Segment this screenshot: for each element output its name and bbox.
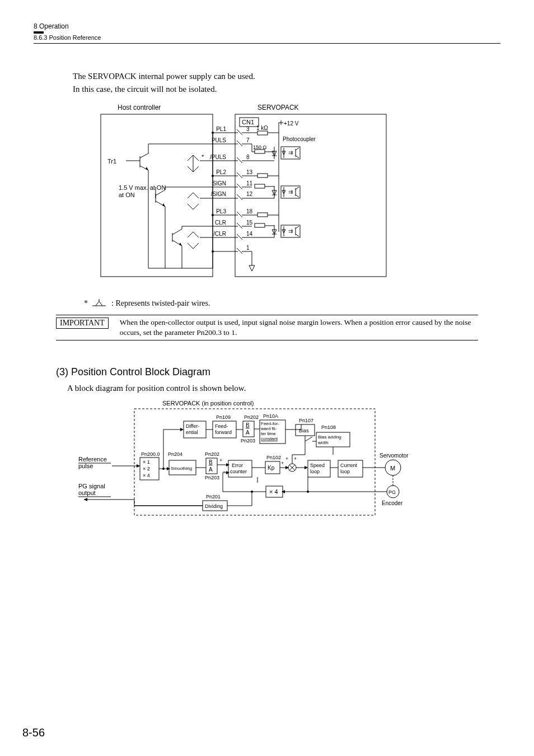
svg-text:18: 18: [246, 208, 253, 214]
svg-text:Encoder: Encoder: [382, 500, 403, 506]
svg-text:/PULS: /PULS: [210, 154, 226, 160]
svg-text:PL1: PL1: [216, 126, 226, 132]
svg-text:15: 15: [246, 220, 253, 226]
svg-text:ter time: ter time: [261, 431, 276, 436]
intro-line1: The SERVOPACK internal power supply can …: [73, 72, 500, 81]
svg-text:A: A: [246, 430, 250, 436]
svg-text:PG signaloutput: PG signaloutput: [78, 483, 105, 496]
svg-text:7: 7: [246, 137, 250, 143]
svg-text:1.5 V max.
at ON: 1.5 V max. at ON: [119, 184, 166, 191]
svg-line-124: [172, 229, 182, 235]
svg-text:1 kΩ: 1 kΩ: [256, 125, 268, 131]
svg-text:Feed-for-: Feed-for-: [261, 421, 279, 426]
svg-text:Pn200.0: Pn200.0: [141, 451, 160, 457]
svg-line-80: [237, 194, 242, 200]
svg-text:Photocoupler: Photocoupler: [283, 136, 316, 142]
svg-text:Speed: Speed: [310, 463, 325, 468]
svg-line-56: [237, 172, 242, 178]
svg-line-14: [237, 129, 242, 135]
svg-text:PL2: PL2: [216, 169, 226, 175]
svg-text:B: B: [246, 422, 250, 428]
svg-point-138: [212, 250, 214, 253]
svg-text:× 2: × 2: [143, 466, 150, 472]
svg-marker-176: [180, 428, 184, 431]
svg-text:3: 3: [246, 126, 250, 132]
svg-line-115: [296, 226, 299, 228]
svg-point-140: [212, 175, 214, 177]
svg-text:ward fil-: ward fil-: [260, 426, 277, 431]
svg-rect-106: [255, 223, 265, 227]
svg-line-130: [237, 248, 242, 254]
svg-text:Servomotor: Servomotor: [380, 452, 409, 459]
svg-text:B: B: [209, 459, 213, 465]
svg-text:Feed-: Feed-: [215, 423, 228, 429]
svg-text:Pn102: Pn102: [266, 455, 281, 460]
svg-text:Kp: Kp: [268, 465, 275, 471]
svg-text:Pn108: Pn108: [321, 424, 336, 430]
svg-text:Pn203: Pn203: [205, 475, 219, 480]
svg-line-37: [296, 156, 299, 158]
chapter-label: 8 Operation: [34, 22, 500, 30]
svg-line-207: [305, 437, 312, 441]
svg-marker-149: [137, 464, 140, 468]
svg-text:Pn202: Pn202: [205, 451, 219, 457]
svg-text:Referencepulse: Referencepulse: [78, 456, 107, 469]
svg-rect-6: [257, 131, 268, 135]
svg-text:⇉: ⇉: [288, 228, 293, 234]
svg-line-48: [140, 153, 148, 158]
svg-text:CLR: CLR: [215, 220, 226, 226]
svg-text:+: +: [294, 456, 297, 461]
svg-rect-59: [257, 174, 268, 178]
host-label: Host controller: [118, 104, 161, 111]
svg-rect-98: [257, 213, 268, 217]
svg-text:Pn203: Pn203: [241, 438, 255, 444]
svg-text:counter: counter: [230, 469, 247, 474]
svg-marker-134: [249, 265, 255, 271]
svg-marker-251: [282, 490, 285, 493]
svg-text:at ON: at ON: [119, 192, 135, 198]
section-3-intro: A block diagram for position control is …: [67, 384, 500, 393]
svg-line-64: [237, 184, 242, 189]
svg-text:⇉: ⇉: [288, 189, 293, 195]
svg-text:width: width: [317, 440, 329, 445]
svg-text:Pn109: Pn109: [216, 414, 231, 420]
svg-text:12: 12: [246, 191, 253, 197]
section-label: 8.6.3 Position Reference: [34, 34, 500, 41]
svg-text:loop: loop: [340, 469, 350, 474]
twisted-pair-legend: * : Represents twisted-pair wires.: [84, 298, 500, 309]
important-text: When the open-collector output is used, …: [120, 318, 478, 338]
circuit-diagram: Host controller SERVOPACK CN1 +12 V 1 kΩ…: [84, 103, 500, 290]
svg-text:Bias adding: Bias adding: [318, 435, 341, 440]
svg-text:+: +: [281, 460, 284, 466]
svg-text:forward: forward: [215, 430, 232, 435]
svg-line-76: [296, 187, 299, 189]
svg-text:× 4: × 4: [143, 473, 150, 478]
svg-text:Dividing: Dividing: [205, 503, 223, 509]
svg-text:+: +: [285, 456, 288, 461]
svg-point-139: [212, 214, 214, 216]
section-3-heading: (3) Position Control Block Diagram: [56, 366, 500, 378]
svg-line-19: [237, 141, 242, 146]
svg-line-77: [296, 195, 299, 197]
servopack-label: SERVOPACK: [257, 104, 299, 111]
block-diagram: SERVOPACK (in position control) Referenc…: [73, 399, 500, 524]
svg-text:+: +: [219, 458, 222, 463]
svg-text:11: 11: [246, 180, 253, 186]
svg-text:× 1: × 1: [143, 459, 150, 465]
svg-rect-67: [255, 184, 265, 188]
svg-text:13: 13: [246, 169, 253, 175]
svg-text:ential: ential: [186, 430, 198, 435]
svg-line-103: [237, 223, 242, 228]
svg-text:14: 14: [246, 231, 253, 237]
svg-text:Bias: Bias: [299, 428, 309, 433]
svg-text:M: M: [390, 465, 395, 472]
svg-text:A: A: [209, 466, 213, 473]
svg-point-264: [251, 491, 253, 493]
svg-marker-160: [167, 467, 170, 470]
svg-text:CN1: CN1: [242, 119, 254, 125]
svg-rect-145: [134, 409, 375, 515]
svg-text:Pn10A: Pn10A: [263, 413, 278, 419]
svg-text:SIGN: SIGN: [213, 180, 226, 186]
photocoupler-icon: ⇉: [272, 147, 300, 159]
svg-text:⇉: ⇉: [288, 150, 293, 156]
